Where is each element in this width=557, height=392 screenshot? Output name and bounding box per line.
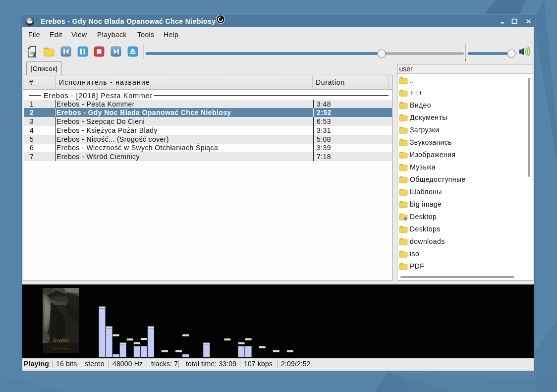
- svg-text:Pesta Kommer: Pesta Kommer: [53, 347, 69, 350]
- svg-text:Erebos: Erebos: [53, 337, 69, 343]
